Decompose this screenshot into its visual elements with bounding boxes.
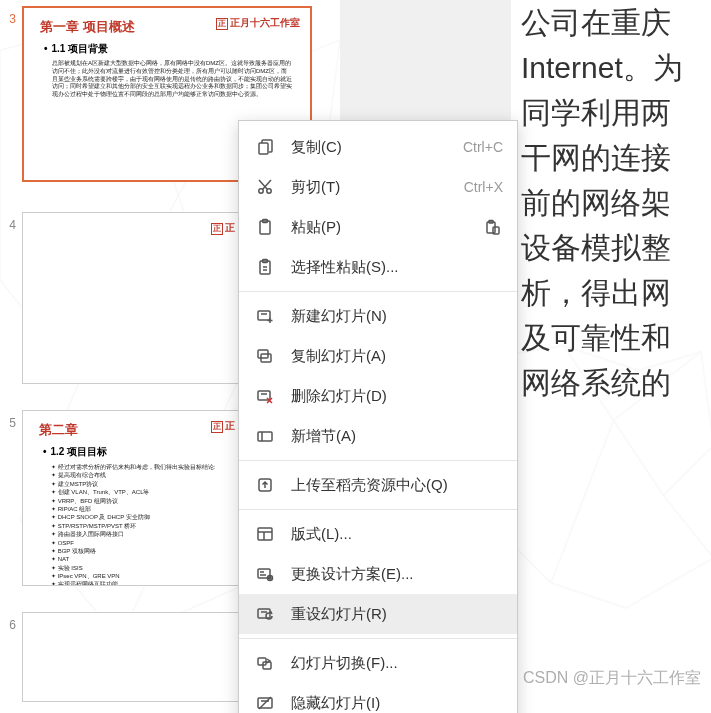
menu-label: 删除幻灯片(D) <box>291 387 503 406</box>
menu-label: 剪切(T) <box>291 178 456 197</box>
paste-options-icon <box>483 217 503 237</box>
slide-logo: 正月十六工作室 <box>216 16 300 30</box>
menu-upload-docer[interactable]: 上传至稻壳资源中心(Q) <box>239 465 517 505</box>
duplicate-slide-icon <box>253 344 277 368</box>
menu-separator <box>239 291 517 292</box>
menu-separator <box>239 460 517 461</box>
slide-body-text-line: 前的网络架 <box>521 180 711 225</box>
menu-new-slide[interactable]: 新建幻灯片(N) <box>239 296 517 336</box>
decorative-polygon-bg <box>511 333 711 633</box>
menu-shortcut: Ctrl+C <box>463 139 503 155</box>
section-icon <box>253 424 277 448</box>
clipboard-icon <box>253 215 277 239</box>
menu-label: 隐藏幻灯片(I) <box>291 694 503 713</box>
slide-body-text-line: 同学利用两 <box>521 90 711 135</box>
scissors-icon <box>253 175 277 199</box>
menu-shortcut: Ctrl+X <box>464 179 503 195</box>
slide-logo: 正 <box>211 419 235 433</box>
design-icon <box>253 562 277 586</box>
csdn-watermark: CSDN @正月十六工作室 <box>523 668 701 689</box>
menu-cut[interactable]: 剪切(T) Ctrl+X <box>239 167 517 207</box>
menu-separator <box>239 638 517 639</box>
svg-rect-14 <box>258 432 272 441</box>
svg-rect-0 <box>259 143 268 154</box>
transition-icon <box>253 651 277 675</box>
menu-hide-slide[interactable]: 隐藏幻灯片(I) <box>239 683 517 713</box>
menu-label: 选择性粘贴(S)... <box>291 258 503 277</box>
delete-slide-icon <box>253 384 277 408</box>
menu-label: 新建幻灯片(N) <box>291 307 503 326</box>
slide-body-text-line: 公司在重庆 <box>521 0 711 45</box>
slide-editor-area: 公司在重庆 Internet。为 同学利用两 干网的连接 前的网络架 设备模拟整… <box>511 0 711 713</box>
menu-label: 重设幻灯片(R) <box>291 605 503 624</box>
slide-logo: 正 <box>211 221 235 235</box>
slide-subtitle: 1.1 项目背景 <box>24 40 310 60</box>
menu-duplicate-slide[interactable]: 复制幻灯片(A) <box>239 336 517 376</box>
menu-label: 新增节(A) <box>291 427 503 446</box>
menu-label: 上传至稻壳资源中心(Q) <box>291 476 503 495</box>
upload-icon <box>253 473 277 497</box>
menu-layout[interactable]: 版式(L)... <box>239 514 517 554</box>
menu-label: 复制幻灯片(A) <box>291 347 503 366</box>
slide-body: 总部被规划在A区新建大型数据中心网络，原有网络中没有DMZ区。这就导致服务器应用… <box>24 60 310 99</box>
slide-body-text-line: Internet。为 <box>521 45 711 90</box>
menu-paste-special[interactable]: 选择性粘贴(S)... <box>239 247 517 287</box>
slide-body-text-line: 设备模拟整 <box>521 225 711 270</box>
reset-slide-icon <box>253 602 277 626</box>
svg-rect-10 <box>258 311 270 320</box>
menu-label: 复制(C) <box>291 138 455 157</box>
menu-label: 更换设计方案(E)... <box>291 565 503 584</box>
copy-icon <box>253 135 277 159</box>
slide-body-text-line: 析，得出网 <box>521 270 711 315</box>
layout-icon <box>253 522 277 546</box>
hide-slide-icon <box>253 691 277 713</box>
slide-body-text-line: 干网的连接 <box>521 135 711 180</box>
menu-label: 版式(L)... <box>291 525 503 544</box>
menu-delete-slide[interactable]: 删除幻灯片(D) <box>239 376 517 416</box>
menu-change-design[interactable]: 更换设计方案(E)... <box>239 554 517 594</box>
menu-new-section[interactable]: 新增节(A) <box>239 416 517 456</box>
menu-label: 幻灯片切换(F)... <box>291 654 503 673</box>
menu-label: 粘贴(P) <box>291 218 475 237</box>
svg-rect-16 <box>258 528 272 540</box>
menu-paste[interactable]: 粘贴(P) <box>239 207 517 247</box>
menu-separator <box>239 509 517 510</box>
new-slide-icon <box>253 304 277 328</box>
menu-slide-transition[interactable]: 幻灯片切换(F)... <box>239 643 517 683</box>
menu-copy[interactable]: 复制(C) Ctrl+C <box>239 127 517 167</box>
context-menu: 复制(C) Ctrl+C 剪切(T) Ctrl+X 粘贴(P) 选择性粘贴(S)… <box>238 120 518 713</box>
menu-reset-slide[interactable]: 重设幻灯片(R) <box>239 594 517 634</box>
clipboard-special-icon <box>253 255 277 279</box>
